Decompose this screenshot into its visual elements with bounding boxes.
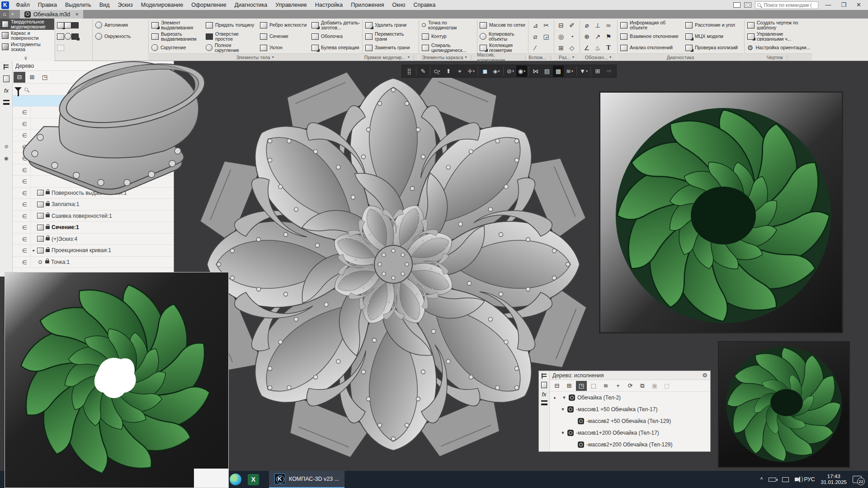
aux-axis-icon[interactable]: ⁄: [535, 45, 536, 51]
notifications-icon[interactable]: 22: [853, 476, 862, 483]
obozn-base-icon[interactable]: ⊥: [595, 22, 600, 28]
obozn-cyl-icon[interactable]: ⌀: [585, 22, 589, 28]
object-info-button[interactable]: Информация об объекте: [619, 19, 683, 31]
fx-icon[interactable]: fx: [542, 391, 546, 398]
menu-icon[interactable]: [541, 400, 547, 405]
grid-array-button[interactable]: Массив по сетке: [478, 19, 527, 31]
helix-button[interactable]: Спираль цилиндрическ...: [420, 42, 475, 53]
menu-help[interactable]: Справка: [410, 0, 440, 10]
shaded-view-icon[interactable]: ◼: [480, 66, 491, 77]
hidden-eye-icon[interactable]: ⊘: [0, 141, 13, 152]
menu-layout[interactable]: Оформление: [187, 0, 231, 10]
aux-lcs-icon[interactable]: ◲: [543, 33, 549, 40]
tree-selected-row[interactable]: 200 Обечайка (Те: [13, 95, 174, 107]
tree-row[interactable]: ∈ Сшивка поверхностей:1: [13, 211, 174, 222]
obozn-datum-icon[interactable]: ⊕: [584, 33, 590, 40]
menu-settings[interactable]: Настройка: [311, 0, 347, 10]
execution-row[interactable]: ▼ -массив1 +50 Обечайка (Тел-17): [550, 404, 710, 415]
expand-caret[interactable]: ►: [31, 249, 37, 253]
show-all-icon[interactable]: ◉▾: [516, 66, 527, 77]
kompas-task-button[interactable]: КОМПАС-3D v23 ...: [269, 471, 344, 488]
create-drawing-button[interactable]: Создать чертеж по шаблону: [746, 19, 812, 31]
obozn-mark-icon[interactable]: ♨: [595, 45, 601, 51]
tree-components-icon[interactable]: ◳: [39, 72, 51, 83]
layers-icon[interactable]: ≋: [600, 381, 611, 391]
restore-button[interactable]: ❒: [838, 0, 849, 10]
circle-button[interactable]: Окружность: [94, 31, 147, 42]
speaker-icon[interactable]: [795, 478, 798, 481]
expand-caret[interactable]: ▼: [561, 431, 565, 435]
tree-row[interactable]: ∈ Сечение:1: [13, 222, 174, 234]
execution-row[interactable]: ● ▼ Обечайка (Тел-2): [550, 392, 710, 404]
point-by-coords-button[interactable]: Точка по координатам: [420, 19, 475, 31]
raz-grid-icon[interactable]: ⊞: [558, 45, 564, 51]
tree-icon[interactable]: [541, 373, 547, 379]
mode-wireframe-surfaces[interactable]: Каркас и поверхности: [0, 30, 54, 41]
save-as-icon[interactable]: [71, 33, 79, 40]
autoline-button[interactable]: Автолиния: [94, 19, 147, 31]
filter-icon[interactable]: ▼▾: [578, 66, 589, 77]
text-tool-icon[interactable]: T: [606, 45, 610, 51]
open-icon[interactable]: [64, 22, 71, 28]
extrude-button[interactable]: Элемент выдавливания: [150, 19, 203, 31]
mode-solid-modeling[interactable]: Твердотельное моделирование: [0, 19, 54, 30]
tree-row-hidden[interactable]: ∈: [13, 107, 174, 118]
cut-extrude-button[interactable]: Вырезать выдавливанием: [150, 31, 203, 42]
execution-row[interactable]: -массив2 +50 Обечайка (Тел-129): [550, 415, 710, 427]
add-blank-button[interactable]: Добавить деталь-заготов...: [310, 19, 362, 31]
mass-properties-button[interactable]: МЦХ модели: [684, 31, 744, 42]
menu-panel-icon[interactable]: [0, 96, 13, 108]
minimize-button[interactable]: —: [822, 0, 834, 10]
obozn-flag-icon[interactable]: ⚑: [606, 33, 612, 40]
axes-icon[interactable]: ✛▾: [466, 66, 476, 77]
edge-browser-icon[interactable]: [230, 474, 241, 485]
raz-arrow-icon[interactable]: ◇: [570, 45, 575, 51]
menu-file[interactable]: Файл: [12, 0, 34, 10]
command-search[interactable]: [755, 1, 818, 9]
aux-plane-icon[interactable]: ⊿: [533, 22, 538, 28]
wireframe-view-icon[interactable]: ◈▾: [491, 66, 502, 77]
menu-diagnostics[interactable]: Диагностика: [231, 0, 271, 10]
eye-icon[interactable]: ◉: [0, 152, 13, 164]
home-icon[interactable]: ⌂: [0, 10, 9, 19]
full-fillet-button[interactable]: Полное скругление: [204, 42, 258, 53]
execution-row[interactable]: -массив2+200 Обечайка (Тел-129): [550, 439, 710, 450]
layout-panel-icon[interactable]: [733, 2, 741, 8]
executions-view-icon[interactable]: ◳: [576, 381, 587, 391]
layers-icon[interactable]: ≋▾: [564, 66, 575, 77]
tree-row-hidden[interactable]: ∈: [13, 176, 174, 188]
menu-window[interactable]: Окно: [388, 0, 409, 10]
tree-row[interactable]: ∈ Заплатка:1: [13, 199, 174, 211]
move-faces-button[interactable]: Переместить грани: [364, 31, 417, 42]
new-document-icon[interactable]: [57, 22, 64, 28]
expand-caret[interactable]: ▼: [562, 395, 566, 400]
tree-panel-icon[interactable]: [0, 61, 13, 73]
copy-objects-button[interactable]: Копировать объекты: [478, 31, 527, 42]
home-caret[interactable]: ▾: [9, 10, 16, 19]
menu-apps[interactable]: Приложения: [347, 0, 388, 10]
tree-numbered-icon[interactable]: ⊟: [14, 72, 25, 83]
thicken-button[interactable]: Придать толщину: [204, 19, 258, 31]
distance-angle-button[interactable]: Расстояние и угол: [684, 19, 744, 31]
menu-edit[interactable]: Правка: [34, 0, 61, 10]
tree-row-hidden[interactable]: ∈: [13, 130, 174, 141]
section-view-icon[interactable]: ⋈: [530, 66, 541, 77]
render-style-icon[interactable]: ▩: [553, 66, 564, 77]
mode-sketch-tools[interactable]: Инструменты эскиза: [0, 41, 54, 52]
drag-handle-icon[interactable]: ⣿: [404, 66, 415, 77]
shell-button[interactable]: Оболочка: [310, 31, 362, 42]
tree-row[interactable]: ∈ Поверхность выдавливания:1: [13, 188, 174, 199]
dotted-frame-icon[interactable]: ⬚: [588, 381, 599, 391]
linked-drawings-button[interactable]: Управление связанными ч...: [746, 31, 812, 42]
menu-manage[interactable]: Управление: [271, 0, 311, 10]
tab-close-icon[interactable]: ×: [75, 11, 79, 18]
tree-row-hidden[interactable]: ∈: [13, 164, 174, 176]
fillet-button[interactable]: Скругление: [150, 42, 203, 53]
fx-panel-icon[interactable]: fx: [0, 84, 13, 96]
section-button[interactable]: Сечение: [259, 31, 309, 42]
document-tab[interactable]: Обечайка.m3d ×: [20, 10, 83, 19]
network-icon[interactable]: [782, 477, 789, 482]
tree-row-hidden[interactable]: ∈: [13, 118, 174, 130]
contour-button[interactable]: Контур: [420, 31, 475, 42]
raz-section-icon[interactable]: ⊟: [558, 22, 564, 28]
